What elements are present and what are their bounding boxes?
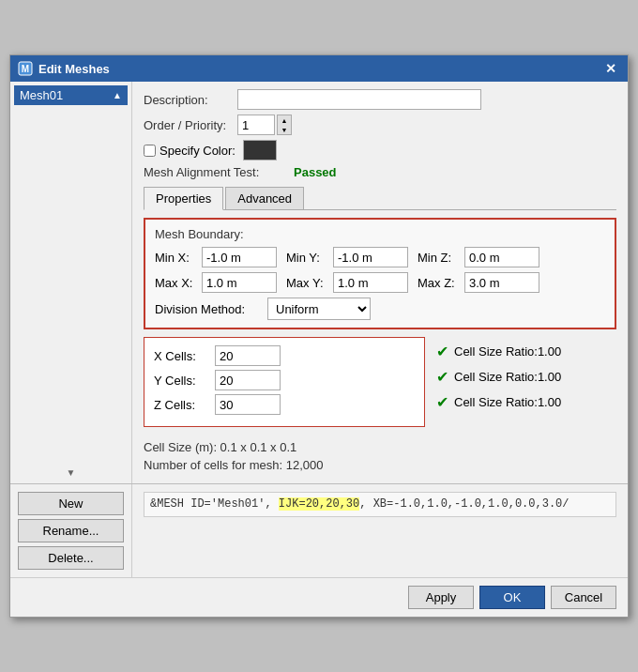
max-x-label: Max X: xyxy=(155,276,202,290)
z-cells-input[interactable] xyxy=(215,394,281,415)
delete-button[interactable]: Delete... xyxy=(18,546,124,570)
alignment-test-row: Mesh Alignment Test: Passed xyxy=(144,165,616,179)
y-cells-input[interactable] xyxy=(215,370,281,390)
footer-area: New Rename... Delete... &MESH ID='Mesh01… xyxy=(10,483,628,577)
max-x-input[interactable] xyxy=(202,272,277,293)
footer-left: New Rename... Delete... xyxy=(10,484,132,577)
min-y-label: Min Y: xyxy=(286,251,333,265)
order-row: Order / Priority: ▲ ▼ xyxy=(144,115,616,135)
spinner-up-button[interactable]: ▲ xyxy=(278,115,291,125)
division-label: Division Method: xyxy=(155,302,267,316)
dialog: M Edit Meshes ✕ Mesh01 ▲ ▼ Description: xyxy=(9,54,629,618)
tab-advanced[interactable]: Advanced xyxy=(225,187,304,209)
max-z-input[interactable] xyxy=(464,272,539,293)
mesh-list: Mesh01 ▲ xyxy=(14,85,128,466)
fds-command-prefix: &MESH ID='Mesh01', xyxy=(150,497,279,511)
z-ratio-label: Cell Size Ratio: xyxy=(454,395,538,409)
min-x-input[interactable] xyxy=(202,247,277,267)
y-cells-row: Y Cells: xyxy=(154,370,415,390)
footer-right: &MESH ID='Mesh01', IJK=20,20,30, XB=-1.0… xyxy=(132,484,628,577)
division-row: Division Method: Uniform Custom xyxy=(155,298,605,320)
scroll-down-icon: ▼ xyxy=(14,466,128,480)
app-icon: M xyxy=(18,61,33,76)
description-row: Description: xyxy=(144,89,616,110)
x-cells-row: X Cells: xyxy=(154,345,415,366)
cancel-button[interactable]: Cancel xyxy=(551,586,616,609)
z-ratio-value: 1.00 xyxy=(538,395,561,409)
max-y-input[interactable] xyxy=(333,272,408,293)
min-z-label: Min Z: xyxy=(418,251,464,265)
x-ratio-label: Cell Size Ratio: xyxy=(454,344,538,359)
x-cells-input[interactable] xyxy=(215,345,281,366)
min-y-input[interactable] xyxy=(333,247,408,267)
division-select[interactable]: Uniform Custom xyxy=(267,298,371,320)
x-ratio-value: 1.00 xyxy=(538,344,561,359)
mesh-boundary-title: Mesh Boundary: xyxy=(155,227,605,241)
left-panel: Mesh01 ▲ ▼ xyxy=(10,82,132,483)
mesh-list-item[interactable]: Mesh01 ▲ xyxy=(14,85,128,105)
z-check-icon: ✔ xyxy=(436,393,448,411)
fds-command: &MESH ID='Mesh01', IJK=20,20,30, XB=-1.0… xyxy=(144,492,616,517)
description-label: Description: xyxy=(144,93,237,107)
mesh-boundary-box: Mesh Boundary: Min X: Min Y: Min Z: Max … xyxy=(144,218,616,329)
y-check-icon: ✔ xyxy=(436,368,448,386)
min-z-input[interactable] xyxy=(464,247,539,267)
specify-color-row: Specify Color: xyxy=(144,140,616,160)
x-check-icon: ✔ xyxy=(436,343,448,360)
close-button[interactable]: ✕ xyxy=(601,61,620,76)
rename-button[interactable]: Rename... xyxy=(18,519,124,542)
fds-command-highlight: IJK=20,20,30 xyxy=(279,497,359,511)
order-input[interactable] xyxy=(237,115,275,135)
description-input[interactable] xyxy=(237,89,481,110)
spinner-down-button[interactable]: ▼ xyxy=(278,125,291,134)
x-cells-label: X Cells: xyxy=(154,349,215,363)
action-buttons: Apply OK Cancel xyxy=(10,577,628,617)
order-label: Order / Priority: xyxy=(144,118,237,132)
fds-command-suffix: , XB=-1.0,1.0,-1.0,1.0,0.0,3.0/ xyxy=(359,497,569,511)
specify-color-checkbox[interactable] xyxy=(144,145,156,157)
right-panel: Description: Order / Priority: ▲ ▼ Speci… xyxy=(132,82,628,483)
boundary-row-min: Min X: Min Y: Min Z: xyxy=(155,247,605,267)
y-cells-label: Y Cells: xyxy=(154,374,215,388)
tabs: Properties Advanced xyxy=(144,187,616,210)
chevron-up-icon: ▲ xyxy=(113,90,122,100)
z-cells-label: Z Cells: xyxy=(154,398,215,412)
min-x-label: Min X: xyxy=(155,251,202,265)
window-title: Edit Meshes xyxy=(38,62,601,76)
mesh-name: Mesh01 xyxy=(20,88,63,102)
svg-text:M: M xyxy=(22,64,29,74)
dialog-body: Mesh01 ▲ ▼ Description: Order / Priority… xyxy=(10,82,628,483)
max-z-label: Max Z: xyxy=(418,276,464,290)
ok-button[interactable]: OK xyxy=(479,586,545,609)
max-y-label: Max Y: xyxy=(286,276,333,290)
color-swatch[interactable] xyxy=(243,140,277,160)
apply-button[interactable]: Apply xyxy=(408,586,474,609)
num-cells-info: Number of cells for mesh: 12,000 xyxy=(144,458,616,472)
cells-box: X Cells: Y Cells: Z Cells: xyxy=(144,337,425,427)
y-ratio-label: Cell Size Ratio: xyxy=(454,370,538,384)
z-cells-row: Z Cells: xyxy=(154,394,415,415)
specify-color-label: Specify Color: xyxy=(160,144,235,158)
new-button[interactable]: New xyxy=(18,492,124,515)
cell-size-info: Cell Size (m): 0.1 x 0.1 x 0.1 xyxy=(144,440,616,454)
alignment-test-label: Mesh Alignment Test: xyxy=(144,165,294,179)
alignment-status: Passed xyxy=(294,165,337,179)
title-bar: M Edit Meshes ✕ xyxy=(10,55,628,82)
boundary-row-max: Max X: Max Y: Max Z: xyxy=(155,272,605,293)
y-ratio-value: 1.00 xyxy=(538,370,561,384)
order-spinner: ▲ ▼ xyxy=(277,115,292,135)
tab-properties[interactable]: Properties xyxy=(144,187,223,210)
